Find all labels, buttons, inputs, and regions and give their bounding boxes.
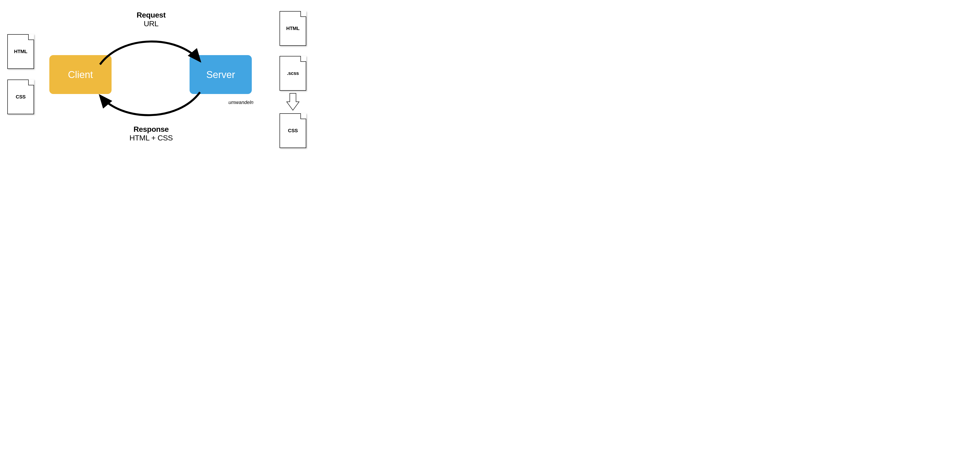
client-file-css: CSS xyxy=(7,80,34,114)
response-title: Response xyxy=(113,125,189,134)
doc-label: CSS xyxy=(16,94,25,100)
doc-label: .scss xyxy=(287,70,299,76)
doc-label: HTML xyxy=(14,49,27,54)
request-title: Request xyxy=(113,11,189,19)
response-arrow-icon xyxy=(95,88,207,126)
transform-label: umwandeln xyxy=(228,100,253,105)
server-file-css: CSS xyxy=(280,113,306,148)
request-arrow-icon xyxy=(95,31,207,69)
server-file-html: HTML xyxy=(280,11,306,46)
server-file-scss: .scss xyxy=(280,56,306,91)
client-file-html: HTML xyxy=(7,34,34,69)
response-label-group: Response HTML + CSS xyxy=(113,125,189,142)
doc-label: HTML xyxy=(286,25,299,31)
request-label-group: Request URL xyxy=(113,11,189,28)
response-subtitle: HTML + CSS xyxy=(113,134,189,142)
request-subtitle: URL xyxy=(113,19,189,28)
doc-label: CSS xyxy=(288,128,298,134)
client-label: Client xyxy=(68,69,93,80)
server-label: Server xyxy=(206,69,235,80)
down-arrow-icon xyxy=(286,92,300,111)
